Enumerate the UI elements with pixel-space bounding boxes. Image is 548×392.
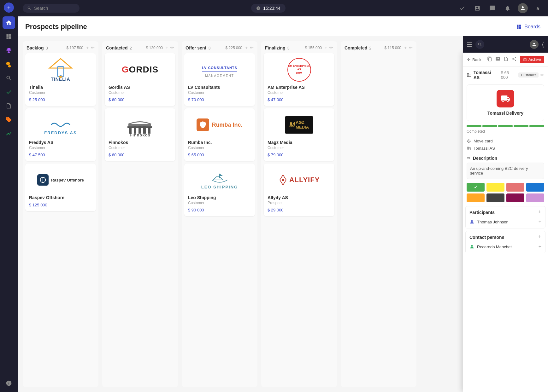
card-amount-raspev: $ 125 000 (29, 203, 92, 207)
sidebar-item-home[interactable] (3, 16, 15, 29)
company-edit-icon[interactable]: ✏ (540, 72, 544, 78)
topbar-chat-icon[interactable] (487, 3, 498, 13)
contacts-title: Contact persons (469, 235, 504, 240)
card-amount-finnokos: $ 60 000 (109, 153, 172, 157)
card-amount-tinelia: $ 25 000 (29, 97, 92, 102)
card-lv-consultants[interactable]: LV CONSULTANTS MANAGEMENT LV Consultants… (184, 53, 255, 106)
sidebar-item-tasks[interactable] (3, 86, 15, 98)
col-edit-offer-sent[interactable]: ✏ (250, 45, 254, 51)
panel-email-icon[interactable] (495, 56, 500, 63)
panel-share-icon[interactable] (512, 56, 517, 63)
card-type-finnokos: Customer (109, 146, 172, 150)
sidebar-item-info[interactable] (3, 377, 15, 389)
col-add-contacted[interactable]: ＋ (165, 45, 169, 51)
move-card-row[interactable]: Move card (467, 137, 544, 145)
panel-copy-icon[interactable] (487, 56, 492, 63)
color-dark[interactable] (486, 193, 504, 202)
col-edit-contacted[interactable]: ✏ (170, 45, 174, 51)
sidebar-item-tags[interactable] (3, 113, 15, 126)
topbar-tasks-icon[interactable] (457, 3, 467, 13)
panel-collapse-icon[interactable]: ⟨ (542, 41, 544, 48)
col-edit-finalizing[interactable]: ✏ (329, 45, 333, 51)
card-amount-am: $ 47 000 (268, 97, 331, 102)
color-yellow[interactable] (486, 183, 504, 192)
card-logo-allyify: ALLYIFY (268, 167, 331, 193)
back-button[interactable]: Back (467, 57, 481, 62)
card-amount-freddys: $ 47 500 (29, 153, 92, 157)
participants-header: Participants + (469, 209, 541, 216)
card-freddys[interactable]: FREDDYS AS Freddys AS Customer $ 47 500 (25, 108, 96, 161)
col-add-completed[interactable]: ＋ (403, 45, 408, 51)
topbar-inbox-icon[interactable] (472, 3, 482, 13)
card-magz-media[interactable]: M AGZMEDIA Magz Media Customer $ 79 000 (264, 108, 334, 161)
card-name-gordis: Gordis AS (109, 85, 172, 90)
col-title-contacted: Contacted (106, 45, 127, 50)
remove-participant-icon[interactable]: + (539, 219, 541, 225)
col-amount-backlog: $ 197 500 (67, 46, 83, 50)
topbar: Search 15:23:44 (18, 0, 548, 16)
panel-file-icon[interactable] (504, 56, 509, 63)
svg-rect-4 (60, 75, 62, 76)
col-count-completed: 2 (369, 46, 371, 50)
main-content: Prospects pipeline Boards Backlog 3 $ 19… (18, 16, 548, 392)
sidebar-item-modules[interactable] (3, 44, 15, 57)
col-add-backlog[interactable]: ＋ (85, 45, 90, 51)
color-red-light[interactable] (506, 183, 524, 192)
panel-search-icon[interactable] (475, 40, 484, 49)
card-leo-shipping[interactable]: LEO SHIPPING Leo Shipping Customer $ 90 … (184, 164, 255, 216)
col-edit-completed[interactable]: ✏ (409, 45, 413, 51)
archive-label: Archive (528, 57, 541, 62)
color-grid: ✓ (467, 183, 544, 202)
boards-button[interactable]: Boards (516, 24, 540, 30)
company-amount: $ 65 000 (501, 70, 517, 80)
progress-seg-2 (482, 125, 497, 127)
col-title-finalizing: Finalizing (265, 45, 286, 50)
remove-contact-icon[interactable]: + (539, 244, 541, 250)
topbar-icons (457, 3, 543, 13)
column-body-backlog: TINELIA Tinelia Customer $ 25 000 (23, 53, 98, 387)
sidebar: ＋ (0, 0, 18, 392)
color-green[interactable]: ✓ (467, 183, 485, 192)
svg-text:LEO SHIPPING: LEO SHIPPING (201, 185, 238, 189)
search-box[interactable]: Search (23, 4, 80, 13)
boards-label: Boards (524, 24, 540, 30)
col-edit-backlog[interactable]: ✏ (91, 45, 95, 51)
card-finnokos[interactable]: Finnokos Finnokos Customer $ 60 000 (105, 108, 175, 161)
company-link-row[interactable]: Tomassi AS (467, 145, 544, 152)
color-orange[interactable] (467, 193, 485, 202)
sidebar-item-dashboard[interactable] (3, 30, 15, 43)
add-contact-icon[interactable]: + (538, 234, 541, 240)
card-raspev[interactable]: Raspev Offshore Raspev Offshore $ 125 00… (25, 164, 96, 211)
user-avatar[interactable] (518, 3, 528, 13)
card-logo-magz: M AGZMEDIA (268, 112, 331, 137)
svg-text:Finnokos: Finnokos (130, 133, 150, 137)
card-rumba[interactable]: Rumba Inc. Rumba Inc. Customer $ 65 000 (184, 108, 255, 161)
sidebar-item-search[interactable] (3, 72, 15, 84)
topbar-bell-icon[interactable] (503, 3, 513, 13)
color-blue[interactable] (526, 183, 544, 192)
color-purple[interactable] (506, 193, 524, 202)
color-lilac[interactable] (526, 193, 544, 202)
panel-menu-icon[interactable]: ☰ (467, 41, 472, 48)
add-participant-icon[interactable]: + (538, 209, 541, 216)
sidebar-item-docs[interactable] (3, 100, 15, 112)
card-name-leo: Leo Shipping (188, 195, 251, 200)
card-type-tinelia: Customer (29, 90, 92, 95)
card-am-enterprise[interactable]: AM ENTERPRISE ASCRM AM Enterprise AS Cus… (264, 53, 334, 106)
sidebar-item-analytics[interactable] (3, 127, 15, 140)
sidebar-item-coins[interactable] (3, 58, 15, 71)
sidebar-add-button[interactable]: ＋ (4, 3, 14, 13)
color-section: ✓ (463, 182, 548, 205)
col-add-offer-sent[interactable]: ＋ (244, 45, 249, 51)
company-link-label: Tomassi AS (474, 146, 495, 151)
participants-section: Participants + Thomas Johnson + (465, 206, 545, 228)
description-box[interactable]: An up-and-coming B2C delivery service (467, 163, 544, 179)
card-allyify[interactable]: ALLYIFY Allyify AS Prospect $ 29 000 (264, 164, 334, 216)
col-add-finalizing[interactable]: ＋ (324, 45, 328, 51)
card-gordis[interactable]: GORDIS Gordis AS Customer $ 60 000 (105, 53, 175, 106)
card-tinelia[interactable]: TINELIA Tinelia Customer $ 25 000 (25, 53, 96, 106)
svg-point-21 (282, 179, 284, 181)
detail-panel: ☰ ⟨ (463, 36, 548, 392)
archive-button[interactable]: Archive (520, 56, 544, 63)
topbar-collapse-icon[interactable] (533, 3, 543, 13)
